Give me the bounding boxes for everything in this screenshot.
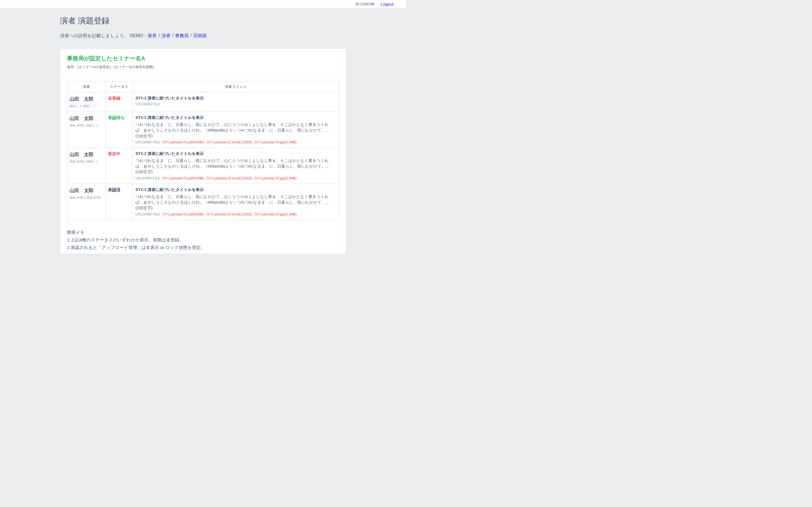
seminar-card-body: 演者 ステータス 演者コメント 山田 太郎 登録 ( - ) | 承認 ( - …: [60, 74, 346, 253]
seminar-title: 事務局が設定したセミナー名A: [67, 55, 339, 62]
table-row: 山田 太郎 登録 ( - ) | 承認 ( - ) 未登録 SY1-1 演者に紐…: [67, 93, 339, 112]
main-content: 演者 演題登録 演者への説明を記載しましょう。 DEMO：座長/演者/事務局/旧…: [60, 8, 346, 253]
upload-file-label: UPLOARD FILE :: [136, 102, 162, 106]
page-title: 演者 演題登録: [60, 15, 346, 26]
speaker-cell: 山田 太郎 登録 ( - ) | 承認 ( - ): [67, 93, 105, 112]
upload-file-label: UPLOARD FILE :: [136, 176, 162, 180]
upload-file-line: UPLOARD FILE : SY1-yamada-01.pdf(42MB) ,…: [136, 212, 336, 216]
status-cell: 承認待ち: [105, 112, 133, 148]
speaker-meta: 登録 (4/25) | 承認 ( - ): [70, 124, 103, 128]
column-header-comment: 演者コメント: [133, 81, 339, 93]
comment-title: SY1-1 演者に紐づいたタイトルを表示: [136, 151, 336, 156]
upload-file-label: UPLOARD FILE :: [136, 140, 162, 144]
topbar: ID:1293746 Logout: [0, 0, 406, 8]
intro-description: 演者への説明を記載しましょう。 DEMO：: [60, 33, 148, 38]
intro-text: 演者への説明を記載しましょう。 DEMO：座長/演者/事務局/旧画面: [60, 33, 346, 39]
speaker-name: 山田 太郎: [70, 96, 103, 102]
speaker-name: 山田 太郎: [70, 115, 103, 122]
status-cell: 承認済: [105, 184, 133, 220]
comment-title: SY1-1 演者に紐づいたタイトルを表示: [136, 187, 336, 192]
link-separator: /: [172, 33, 173, 38]
comment-body: つれづれなるまゝに、日暮らし、硯にむかひて、心にうつりゆくよしなし事を、そこはか…: [136, 122, 336, 139]
seminar-card-header: 事務局が設定したセミナー名A 座長：(セミナーAの座長名) , (セミナーAの座…: [60, 49, 346, 74]
column-header-speaker: 演者: [67, 81, 105, 93]
status-cell: 未登録: [105, 93, 133, 112]
dev-memo-title: 開発メモ: [67, 228, 339, 236]
demo-link-old-screen[interactable]: 旧画面: [193, 33, 207, 38]
comment-body: つれづれなるまゝに、日暮らし、硯にむかひて、心にうつりゆくよしなし事を、そこはか…: [136, 158, 336, 175]
status-cell: 差戻中: [105, 148, 133, 184]
column-header-status: ステータス: [105, 81, 133, 93]
demo-link-speaker[interactable]: 演者: [161, 33, 170, 38]
logout-link[interactable]: Logout: [380, 2, 394, 6]
speaker-meta: 登録 (4/25) | 承認 ( - ): [70, 160, 103, 164]
dev-memo-line-2: 2:承認されると「アップロード管理」は非表示 or ロック状態を想定。: [67, 244, 339, 251]
dev-memo: 開発メモ 1:上記4種のステータスのいずれかが表示。初期は未登録。 2:承認され…: [67, 228, 339, 251]
comment-cell: SY1-1 演者に紐づいたタイトルを表示 UPLOARD FILE :: [133, 93, 339, 112]
seminar-card: 事務局が設定したセミナー名A 座長：(セミナーAの座長名) , (セミナーAの座…: [60, 48, 346, 253]
speakers-table: 演者 ステータス 演者コメント 山田 太郎 登録 ( - ) | 承認 ( - …: [67, 81, 339, 220]
comment-body: つれづれなるまゝに、日暮らし、硯にむかひて、心にうつりゆくよしなし事を、そこはか…: [136, 194, 336, 211]
table-row: 山田 太郎 登録 (4/25) | 承認 (4/26) 承認済 SY1-1 演者…: [67, 184, 339, 220]
speaker-meta: 登録 ( - ) | 承認 ( - ): [70, 104, 103, 108]
link-separator: /: [158, 33, 160, 38]
table-row: 山田 太郎 登録 (4/25) | 承認 ( - ) 承認待ち SY1-1 演者…: [67, 112, 339, 148]
upload-file-list: SY1-yamada-01.pdf(42MB) , SY1-yamada-02.…: [163, 212, 297, 216]
speaker-meta: 登録 (4/25) | 承認 (4/26): [70, 196, 103, 200]
table-row: 山田 太郎 登録 (4/25) | 承認 ( - ) 差戻中 SY1-1 演者に…: [67, 148, 339, 184]
status-badge: 承認待ち: [108, 115, 125, 120]
upload-file-line: UPLOARD FILE : SY1-yamada-01.pdf(42MB) ,…: [136, 176, 336, 180]
comment-cell: SY1-1 演者に紐づいたタイトルを表示 つれづれなるまゝに、日暮らし、硯にむか…: [133, 112, 339, 148]
status-badge: 承認済: [108, 187, 121, 192]
comment-cell: SY1-1 演者に紐づいたタイトルを表示 つれづれなるまゝに、日暮らし、硯にむか…: [133, 184, 339, 220]
upload-file-label: UPLOARD FILE :: [136, 212, 162, 216]
speaker-name: 山田 太郎: [70, 187, 103, 194]
status-badge: 差戻中: [108, 151, 121, 156]
dev-memo-line-1: 1:上記4種のステータスのいずれかが表示。初期は未登録。: [67, 236, 339, 244]
comment-title: SY1-1 演者に紐づいたタイトルを表示: [136, 96, 336, 101]
speaker-cell: 山田 太郎 登録 (4/25) | 承認 ( - ): [67, 112, 105, 148]
upload-file-list: SY1-yamada-01.pdf(42MB) , SY1-yamada-02.…: [163, 176, 297, 180]
status-badge: 未登録: [108, 96, 121, 101]
speaker-cell: 山田 太郎 登録 (4/25) | 承認 ( - ): [67, 148, 105, 184]
speaker-cell: 山田 太郎 登録 (4/25) | 承認 (4/26): [67, 184, 105, 220]
demo-link-office[interactable]: 事務局: [175, 33, 189, 38]
upload-file-list: SY1-yamada-01.pdf(42MB) , SY1-yamada-02.…: [163, 140, 297, 144]
table-header-row: 演者 ステータス 演者コメント: [67, 81, 339, 93]
upload-file-line: UPLOARD FILE : SY1-yamada-01.pdf(42MB) ,…: [136, 140, 336, 144]
seminar-chair-subtitle: 座長：(セミナーAの座長名) , (セミナーAの座長名複数): [67, 65, 339, 69]
link-separator: /: [190, 33, 192, 38]
comment-title: SY1-1 演者に紐づいたタイトルを表示: [136, 115, 336, 120]
user-id-label: ID:1293746: [356, 2, 374, 6]
comment-cell: SY1-1 演者に紐づいたタイトルを表示 つれづれなるまゝに、日暮らし、硯にむか…: [133, 148, 339, 184]
speaker-name: 山田 太郎: [70, 151, 103, 158]
upload-file-line: UPLOARD FILE :: [136, 102, 336, 106]
demo-link-chair[interactable]: 座長: [148, 33, 157, 38]
